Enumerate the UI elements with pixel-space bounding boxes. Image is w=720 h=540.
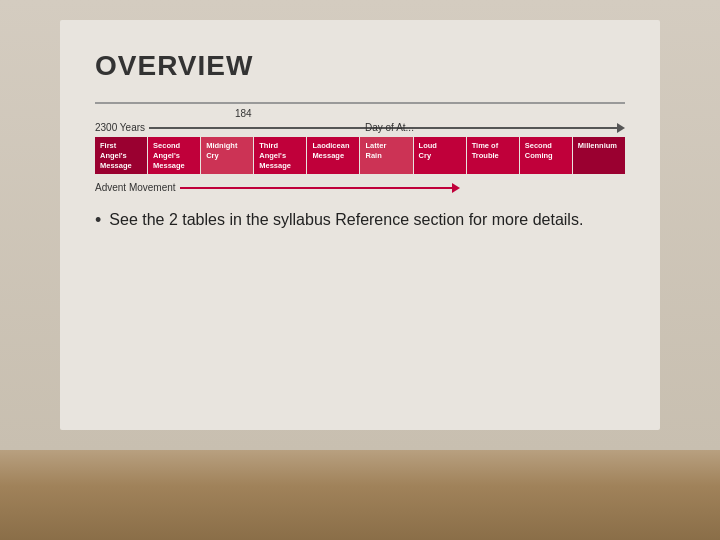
timeline-box: LoudCry (414, 137, 466, 174)
bullet-text: See the 2 tables in the syllabus Referen… (109, 209, 583, 231)
advent-row: Advent Movement (95, 182, 625, 193)
bullet-section: • See the 2 tables in the syllabus Refer… (95, 209, 625, 232)
advent-arrow-line (180, 187, 452, 189)
timeline-box: MidnightCry (201, 137, 253, 174)
timeline-box: Time ofTrouble (467, 137, 519, 174)
advent-label: Advent Movement (95, 182, 176, 193)
timeline-box: LatterRain (360, 137, 412, 174)
day-of-label: Day of At... (365, 122, 414, 133)
timeline-box: FirstAngel'sMessage (95, 137, 147, 174)
page-title: OVERVIEW (95, 50, 625, 82)
label-184: 184 (235, 108, 252, 119)
year-2300-label: 2300 Years (95, 122, 145, 133)
floor-background (0, 450, 720, 540)
divider (95, 102, 625, 104)
content-card: OVERVIEW 2300 Years 184 Day of At... Fir… (60, 20, 660, 430)
timeline-box: Millennium (573, 137, 625, 174)
timeline-box: SecondComing (520, 137, 572, 174)
bullet-item: • See the 2 tables in the syllabus Refer… (95, 209, 625, 232)
advent-arrow-head (452, 183, 460, 193)
timeline-box: LaodiceanMessage (307, 137, 359, 174)
arrow-head (617, 123, 625, 133)
advent-arrow (180, 183, 460, 193)
timeline-box: SecondAngel'sMessage (148, 137, 200, 174)
timeline-boxes: FirstAngel'sMessageSecondAngel'sMessageM… (95, 137, 625, 174)
timeline-box: ThirdAngel'sMessage (254, 137, 306, 174)
top-arrow-row: 2300 Years 184 Day of At... (95, 122, 625, 133)
bullet-dot: • (95, 209, 101, 232)
timeline-section: 2300 Years 184 Day of At... FirstAngel's… (95, 122, 625, 193)
